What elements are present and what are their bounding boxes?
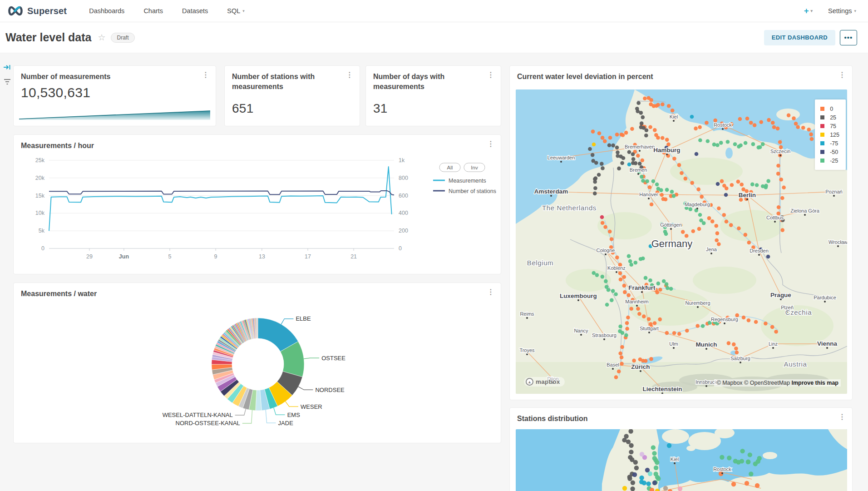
stations-distribution-panel: Stations distribution ⋮ KielRostock bbox=[509, 407, 853, 491]
line-chart: 005k20010k40015k60020k80025k1k29Jun59131… bbox=[17, 154, 498, 273]
station-dot bbox=[672, 194, 676, 198]
chart-menu-icon[interactable]: ⋮ bbox=[836, 412, 848, 422]
donut-label-connector bbox=[286, 402, 298, 407]
dashboard-header: Water level data ☆ Draft EDIT DASHBOARD … bbox=[0, 22, 868, 53]
station-dot bbox=[794, 122, 798, 126]
station-dot bbox=[738, 117, 742, 121]
city-marker-dot bbox=[722, 128, 724, 130]
station-dot bbox=[745, 481, 749, 486]
nav-item-dashboards[interactable]: Dashboards bbox=[79, 7, 134, 15]
chart-menu-icon[interactable]: ⋮ bbox=[484, 139, 497, 149]
station-dot bbox=[780, 196, 784, 200]
legend-swatch bbox=[820, 115, 824, 119]
city-marker-dot bbox=[673, 347, 675, 349]
station-dot bbox=[666, 143, 671, 147]
x-axis-tick: 17 bbox=[305, 253, 311, 260]
station-dot bbox=[757, 456, 762, 461]
station-dot bbox=[680, 171, 684, 175]
map-city-label: Cottbus bbox=[766, 215, 784, 220]
map-city-label: Rostock bbox=[714, 122, 732, 128]
station-dot bbox=[634, 466, 639, 470]
nav-item-sql[interactable]: SQL▾ bbox=[217, 7, 254, 15]
legend-button-all[interactable]: All bbox=[439, 163, 460, 172]
station-dot bbox=[629, 450, 633, 454]
map-city-label: Rostock bbox=[713, 466, 731, 472]
station-dot bbox=[689, 207, 693, 211]
station-dot bbox=[706, 139, 710, 143]
station-dot bbox=[787, 114, 791, 118]
station-dot bbox=[658, 288, 662, 292]
edit-dashboard-button[interactable]: EDIT DASHBOARD bbox=[764, 30, 835, 45]
x-axis-tick: 5 bbox=[168, 253, 172, 260]
legend-item-number-of-stations[interactable]: Number of stations bbox=[433, 188, 496, 194]
station-dot bbox=[665, 331, 669, 335]
station-dot bbox=[627, 150, 631, 154]
station-dot bbox=[600, 162, 604, 166]
station-dot bbox=[764, 322, 768, 326]
chart-menu-icon[interactable]: ⋮ bbox=[484, 70, 497, 79]
chart-menu-icon[interactable]: ⋮ bbox=[836, 70, 848, 79]
top-nav: Superset DashboardsChartsDatasetsSQL▾ + … bbox=[0, 0, 868, 22]
station-dot bbox=[593, 192, 597, 196]
station-dot bbox=[601, 221, 605, 225]
city-marker-dot bbox=[740, 362, 741, 363]
donut-slice-label: EMS bbox=[287, 412, 301, 418]
station-dot bbox=[631, 157, 636, 161]
station-dot bbox=[749, 121, 753, 125]
station-dot bbox=[779, 178, 783, 182]
settings-menu[interactable]: Settings ▾ bbox=[828, 7, 856, 15]
station-dot bbox=[624, 434, 628, 438]
x-axis-tick: 9 bbox=[214, 253, 217, 260]
station-dot bbox=[684, 177, 688, 181]
mapbox-logo[interactable]: ▲ mapbox bbox=[524, 377, 565, 387]
station-dot bbox=[782, 185, 786, 189]
stations-map[interactable]: KielRostock bbox=[516, 429, 847, 491]
station-dot bbox=[740, 459, 744, 463]
deviation-map[interactable]: LeeuwardenKielRostockSzczecinBremerhaven… bbox=[516, 89, 847, 394]
mapbox-icon: ▲ bbox=[526, 378, 533, 386]
chart-menu-icon[interactable]: ⋮ bbox=[199, 70, 212, 79]
nav-item-datasets[interactable]: Datasets bbox=[173, 7, 217, 15]
station-dot bbox=[678, 486, 682, 491]
x-axis-tick: Jun bbox=[119, 253, 129, 260]
station-dot bbox=[595, 273, 599, 277]
map-canvas: KielRostock bbox=[516, 429, 847, 491]
station-dot bbox=[627, 476, 632, 481]
station-dot bbox=[645, 128, 649, 132]
station-dot bbox=[610, 298, 614, 303]
station-dot bbox=[641, 257, 645, 261]
station-dot bbox=[731, 482, 736, 486]
expand-filter-bar-icon[interactable] bbox=[3, 64, 11, 73]
station-dot bbox=[730, 183, 734, 187]
superset-logo[interactable]: Superset bbox=[7, 6, 67, 16]
station-dot bbox=[603, 225, 607, 229]
y-axis-left-tick: 0 bbox=[41, 245, 44, 252]
kpi-value: 10,530,631 bbox=[21, 85, 90, 100]
favorite-star-icon[interactable]: ☆ bbox=[98, 32, 105, 43]
city-marker-dot bbox=[670, 228, 672, 230]
improve-map-link[interactable]: Improve this map bbox=[792, 380, 839, 386]
legend-item-measurements[interactable]: Measurements bbox=[433, 178, 486, 184]
filter-icon[interactable] bbox=[3, 78, 11, 87]
chart-menu-icon[interactable]: ⋮ bbox=[343, 70, 356, 79]
station-dot bbox=[604, 279, 608, 283]
dashboard-more-button[interactable]: ••• bbox=[840, 30, 857, 45]
map-city-label: Linz bbox=[769, 341, 778, 347]
legend-button-inv[interactable]: Inv bbox=[464, 163, 485, 172]
station-dot bbox=[614, 293, 618, 297]
map-city-label: Reims bbox=[520, 311, 534, 317]
city-marker-dot bbox=[648, 198, 650, 199]
map-city-label: Bremerhaven bbox=[625, 144, 655, 149]
new-item-button[interactable]: + ▾ bbox=[804, 6, 813, 16]
nav-item-charts[interactable]: Charts bbox=[134, 7, 173, 15]
station-dot bbox=[809, 133, 813, 137]
city-marker-dot bbox=[705, 348, 707, 350]
station-dot bbox=[766, 179, 770, 183]
city-marker-dot bbox=[648, 332, 650, 333]
station-dot bbox=[629, 443, 633, 448]
map-city-label: Magdeburg bbox=[685, 202, 710, 207]
y-axis-right-tick: 800 bbox=[399, 175, 408, 181]
station-dot bbox=[770, 325, 774, 329]
donut-slice-label: JADE bbox=[278, 420, 294, 427]
city-marker-dot bbox=[605, 253, 607, 255]
